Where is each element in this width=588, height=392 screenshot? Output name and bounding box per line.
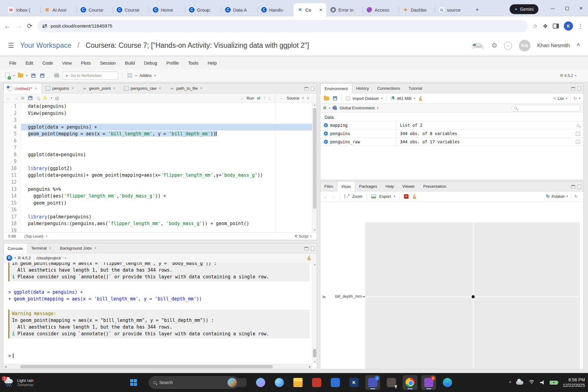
user-avatar[interactable]: KN (519, 40, 530, 51)
close-icon[interactable]: ✕ (574, 0, 588, 17)
refresh-icon[interactable]: ↻ (574, 96, 577, 101)
taskbar-app-photos[interactable]: 8 (421, 375, 436, 390)
chevron-up-icon[interactable]: ^ (577, 42, 580, 49)
tab-connections[interactable]: Connections (373, 84, 405, 93)
taskbar-app-app-dark[interactable] (235, 375, 249, 390)
code-line-4[interactable]: 4ggplot(data = penguins) + (3, 124, 312, 131)
code-tools-icon[interactable]: ✨ (42, 96, 47, 100)
editor-search-icon[interactable] (36, 97, 39, 100)
goto-file-function-input[interactable]: ➤ Go to file/function (62, 72, 118, 80)
browser-tab[interactable]: Gsource (435, 3, 471, 17)
editor-back-icon[interactable]: ← (6, 96, 11, 100)
maximize-pane-icon[interactable] (578, 185, 581, 189)
editor-forward-icon[interactable]: → (14, 96, 18, 100)
menu-plots[interactable]: Plots (81, 61, 91, 66)
code-line-6[interactable]: 6 (3, 138, 312, 145)
menu-profile[interactable]: Profile (166, 61, 179, 66)
source-up-icon[interactable]: ↑ (263, 96, 266, 100)
code-line-15[interactable]: 15 geom_point() (3, 200, 312, 207)
scroll-down-icon[interactable]: ▼ (312, 228, 317, 232)
tab-help[interactable]: Help (382, 182, 398, 191)
back-icon[interactable]: ← (4, 22, 11, 30)
editor-save-icon[interactable] (27, 95, 33, 101)
language-selector[interactable]: R (323, 106, 326, 110)
expander-icon[interactable]: ▶ (324, 123, 328, 127)
open-file-caret-icon[interactable]: ▾ (26, 74, 28, 77)
code-line-3[interactable]: 3 (3, 117, 312, 124)
browser-tab[interactable]: CCourse (77, 3, 113, 17)
browser-tab[interactable]: CHome (149, 3, 185, 17)
tray-chevron-up-icon[interactable]: ^ (509, 380, 511, 385)
tab-close-icon[interactable]: ✕ (113, 86, 115, 90)
console-vertical-scrollbar[interactable]: ▲ ▼ (312, 262, 317, 364)
menu-session[interactable]: Session (100, 61, 116, 66)
scroll-thumb[interactable] (20, 365, 273, 368)
view-table-icon[interactable] (572, 140, 583, 144)
browser-tab[interactable]: ✕Co✕ (293, 3, 326, 17)
environment-search-input[interactable] (511, 105, 580, 111)
tab-close-icon[interactable]: ✕ (49, 246, 52, 250)
scroll-down-icon[interactable]: ▼ (312, 360, 317, 364)
code-editor[interactable]: 1data(penguins)2View(penguins)34ggplot(d… (3, 103, 312, 232)
panes-caret-icon[interactable]: ▾ (135, 74, 137, 77)
tab-packages[interactable]: Packages (355, 182, 382, 191)
code-line-7[interactable]: 7 (3, 144, 312, 151)
tab-environment[interactable]: Environment (320, 84, 352, 93)
menu-help[interactable]: Help (208, 61, 217, 66)
memory-usage-label[interactable]: 461 MiB (397, 96, 412, 101)
browser-tab[interactable]: CGroup: (185, 3, 221, 17)
file-tab-penguins_raw[interactable]: penguins_raw✕ (120, 84, 166, 93)
save-icon[interactable] (30, 73, 36, 78)
refresh-caret-icon[interactable]: ▾ (579, 97, 580, 100)
tab-console[interactable]: Console (3, 243, 27, 253)
scroll-up-icon[interactable]: ▲ (312, 262, 317, 267)
taskbar-app-app-red[interactable] (309, 375, 324, 390)
export-caret-icon[interactable]: ▾ (394, 195, 395, 198)
code-line-12[interactable]: 12 (3, 179, 312, 186)
browser-tab[interactable]: CData A (221, 3, 257, 17)
addins-button[interactable]: Addins (140, 73, 152, 78)
breadcrumb-workspace-link[interactable]: Your Workspace (20, 41, 71, 50)
browser-tab[interactable]: ≣AI Assi (40, 3, 77, 17)
new-tab-button[interactable]: + (473, 6, 481, 14)
minimize-pane-icon[interactable] (571, 87, 575, 90)
code-line-18[interactable]: 18palmerpenguins:(penguins,aes('flipper_… (3, 220, 312, 227)
hamburger-menu-icon[interactable]: ☰ (8, 42, 14, 50)
browser-profile-avatar[interactable]: K (564, 21, 573, 31)
start-button[interactable] (127, 376, 140, 389)
tab-close-icon[interactable]: ✕ (94, 246, 97, 250)
tab-viewer[interactable]: Viewer (398, 182, 419, 191)
scope-selector[interactable]: Global Environment (340, 106, 375, 110)
scope-caret-icon[interactable]: ▾ (377, 107, 379, 110)
scroll-left-icon[interactable]: ◀ (3, 364, 8, 369)
memory-caret-icon[interactable]: ▾ (414, 97, 416, 100)
code-line-14[interactable]: 14 ggplot(aes('flipper_length_mm','body_… (3, 193, 312, 200)
forward-icon[interactable]: → (16, 22, 22, 30)
expander-icon[interactable]: ▶ (324, 131, 328, 136)
taskbar-search-input[interactable]: Search (149, 376, 239, 389)
addins-caret-icon[interactable]: ▾ (154, 74, 156, 77)
r-version-selector[interactable]: R 4.5.2 ▾ (560, 73, 584, 78)
file-tab-geom_point[interactable]: ∞geom_point✕ (78, 84, 120, 93)
minimize-pane-icon[interactable] (304, 247, 308, 250)
tab-presentation[interactable]: Presentation (419, 182, 451, 191)
taskbar-app-chrome[interactable] (403, 375, 417, 390)
tab-history[interactable]: History (352, 84, 373, 93)
browser-tab[interactable]: CHands- (257, 3, 293, 17)
previous-plot-icon[interactable]: ← (323, 194, 328, 199)
save-all-icon[interactable] (39, 73, 45, 78)
side-panel-icon[interactable] (553, 24, 559, 28)
clear-environment-icon[interactable] (418, 96, 423, 101)
code-line-11[interactable]: 11ggplot(data=penguins)+ geom_point(mapp… (3, 172, 312, 179)
tab-background-jobs[interactable]: Background Jobs ✕ (56, 243, 101, 253)
source-down-icon[interactable]: ↓ (269, 96, 271, 100)
code-line-19[interactable]: 19 (3, 227, 312, 232)
tab-close-icon[interactable]: ✕ (35, 87, 37, 91)
weather-widget[interactable]: 3 Light rain Tomorrow (0, 378, 58, 387)
environment-row-penguins_raw[interactable]: ▶penguins_raw344 obs. of 17 variables (320, 138, 583, 146)
zoom-button[interactable]: Zoom (352, 194, 362, 199)
code-line-13[interactable]: 13penguins %>% (3, 186, 312, 193)
scroll-up-icon[interactable]: ▲ (312, 103, 317, 107)
code-line-1[interactable]: 1data(penguins) (3, 103, 312, 110)
minimize-icon[interactable]: — (546, 0, 560, 17)
